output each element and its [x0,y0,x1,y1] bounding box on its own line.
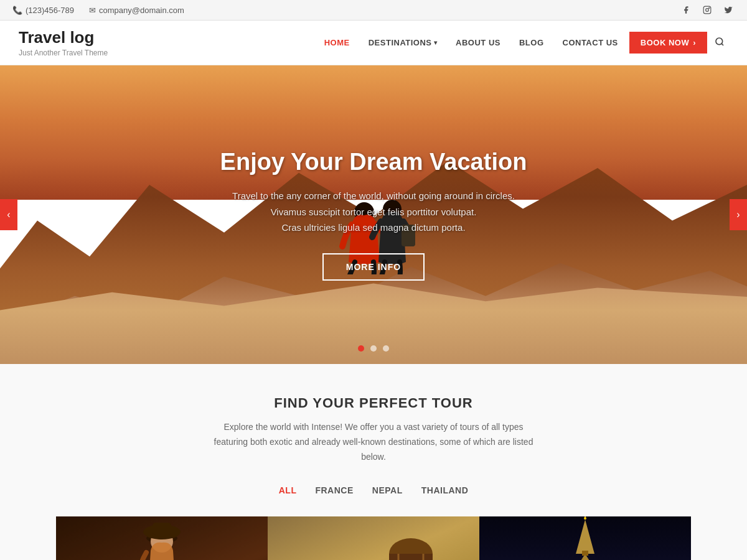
svg-rect-16 [389,554,433,560]
hero-description: Travel to the any corner of the world, w… [220,188,527,236]
hero-dot-2[interactable] [370,345,377,352]
chevron-down-icon: ▾ [434,39,438,46]
tours-section: FIND YOUR PERFECT TOUR Explore the world… [0,364,747,560]
book-now-button[interactable]: BOOK NOW › [629,32,707,54]
nav-home[interactable]: HOME [317,33,357,52]
svg-line-4 [721,44,723,45]
email-address: company@domain.com [99,6,184,15]
phone-number: (123)456-789 [26,6,74,15]
top-bar-contact: 📞 (123)456-789 ✉ company@domain.com [12,6,184,15]
search-icon[interactable] [711,33,728,53]
logo-subtitle: Just Another Travel Theme [19,49,108,57]
filter-tabs: ALL FRANCE NEPAL THAILAND [12,483,735,498]
logo[interactable]: Travel log Just Another Travel Theme [19,28,108,57]
svg-rect-13 [153,523,171,535]
hero-pagination [358,345,389,352]
phone-info: 📞 (123)456-789 [12,6,74,15]
filter-all[interactable]: ALL [279,483,297,498]
tour-card-2[interactable] [268,516,479,560]
filter-thailand[interactable]: THAILAND [421,483,469,498]
filter-nepal[interactable]: NEPAL [372,483,403,498]
filter-france[interactable]: FRANCE [315,483,353,498]
phone-icon: 📞 [12,6,22,15]
svg-point-1 [706,9,709,12]
svg-rect-0 [703,6,711,14]
hero-content: Enjoy Your Dream Vacation Travel to the … [195,149,552,281]
instagram-icon[interactable] [701,4,713,16]
social-links [680,4,735,16]
top-bar: 📞 (123)456-789 ✉ company@domain.com [0,0,747,21]
header: Travel log Just Another Travel Theme HOM… [0,21,747,65]
hero-next-button[interactable]: › [730,199,747,230]
hero-prev-button[interactable]: ‹ [0,199,17,230]
tours-description: Explore the world with Intense! We offer… [212,420,535,464]
twitter-icon[interactable] [722,4,735,16]
hero-dot-3[interactable] [383,345,389,352]
hero-section: Enjoy Your Dream Vacation Travel to the … [0,65,747,364]
svg-point-42 [584,517,586,520]
nav-destinations[interactable]: DESTINATIONS ▾ [361,33,444,52]
hero-dot-1[interactable] [358,345,364,352]
main-nav: HOME DESTINATIONS ▾ ABOUT US BLOG CONTAC… [317,32,728,54]
svg-rect-14 [268,516,479,560]
hero-title: Enjoy Your Dream Vacation [220,149,527,175]
svg-point-3 [716,38,723,45]
nav-about[interactable]: ABOUT US [448,33,508,52]
email-icon: ✉ [89,6,96,15]
svg-rect-37 [582,551,588,556]
logo-title: Travel log [19,28,108,47]
tour-card-3[interactable] [479,516,691,560]
email-info: ✉ company@domain.com [89,6,184,15]
tour-card-1[interactable] [56,516,268,560]
nav-blog[interactable]: BLOG [512,33,552,52]
more-info-button[interactable]: MORE INFO [322,253,425,281]
arrow-right-icon: › [693,38,696,47]
nav-contact[interactable]: CONTACT US [555,33,626,52]
tours-title: FIND YOUR PERFECT TOUR [12,395,735,411]
svg-point-2 [709,7,710,8]
tour-cards [12,516,735,560]
facebook-icon[interactable] [680,4,692,16]
